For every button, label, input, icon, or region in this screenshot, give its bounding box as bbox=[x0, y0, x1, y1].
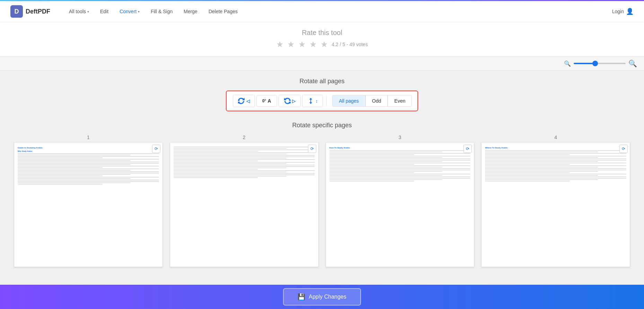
page-1-subtitle: Why Study Arabic bbox=[18, 150, 159, 152]
page-thumbnail-4: ⟳ Where To Study Arabic bbox=[481, 142, 630, 267]
page-3-rotate-button[interactable]: ⟳ bbox=[464, 145, 472, 153]
page-thumbnail-1: ⟳ Guide to Studying Arabic Why Study Ara… bbox=[14, 142, 163, 267]
zoom-bar: 🔍 🔍 bbox=[0, 57, 644, 71]
page-item-2: 2 ⟳ bbox=[170, 135, 319, 267]
page-4-title: Where To Study Arabic bbox=[485, 147, 626, 149]
rotate-all-controls: ◁ 0° A ▷ ↕ All pages Odd E bbox=[226, 91, 418, 111]
nav-fill-sign[interactable]: Fill & Sign bbox=[146, 6, 177, 17]
chevron-down-icon: ▾ bbox=[138, 10, 140, 14]
main-nav: All tools ▾ Edit Convert ▾ Fill & Sign M… bbox=[64, 6, 612, 17]
footer-bar: 💾 Apply Changes bbox=[0, 285, 644, 309]
page-number-1: 1 bbox=[87, 135, 90, 140]
apply-changes-label: Apply Changes bbox=[309, 294, 346, 300]
header: D DeftPDF All tools ▾ Edit Convert ▾ Fil… bbox=[0, 1, 644, 22]
flip-button[interactable]: ↕ bbox=[302, 95, 323, 107]
header-right: Login 👤 bbox=[612, 8, 634, 15]
page-item-1: 1 ⟳ Guide to Studying Arabic Why Study A… bbox=[14, 135, 163, 267]
star-3[interactable]: ★ bbox=[298, 40, 306, 49]
rating-title: Rate this tool bbox=[302, 29, 342, 37]
rotate-right-icon bbox=[284, 98, 291, 104]
svg-rect-2 bbox=[310, 99, 311, 103]
page-number-3: 3 bbox=[398, 135, 401, 140]
nav-all-tools[interactable]: All tools ▾ bbox=[64, 6, 94, 17]
angle-display: 0° A bbox=[256, 95, 277, 107]
save-icon: 💾 bbox=[298, 293, 305, 301]
page-number-2: 2 bbox=[243, 135, 246, 140]
page-1-title: Guide to Studying Arabic bbox=[18, 147, 159, 149]
nav-merge[interactable]: Merge bbox=[179, 6, 202, 17]
main-content: Rotate all pages ◁ 0° A ▷ bbox=[0, 71, 644, 302]
page-4-rotate-button[interactable]: ⟳ bbox=[619, 145, 628, 153]
logo-icon: D bbox=[10, 5, 23, 18]
page-item-4: 4 ⟳ Where To Study Arabic bbox=[481, 135, 630, 267]
apply-changes-button[interactable]: 💾 Apply Changes bbox=[283, 288, 361, 306]
rotate-all-title: Rotate all pages bbox=[14, 78, 630, 85]
pages-grid: 1 ⟳ Guide to Studying Arabic Why Study A… bbox=[14, 135, 630, 267]
rating-section: Rate this tool ★ ★ ★ ★ ★ 4.2 / 5 - 49 vo… bbox=[0, 22, 644, 57]
flip-label: ↕ bbox=[316, 98, 318, 104]
rotate-left-label: ◁ bbox=[246, 98, 250, 104]
page-1-rotate-button[interactable]: ⟳ bbox=[152, 145, 160, 153]
page-thumbnail-3: ⟳ How To Study Arabic bbox=[326, 142, 475, 267]
login-button[interactable]: Login 👤 bbox=[612, 8, 634, 15]
logo-text: DeftPDF bbox=[26, 8, 50, 15]
odd-pages-button[interactable]: Odd bbox=[365, 95, 388, 107]
nav-edit[interactable]: Edit bbox=[95, 6, 113, 17]
star-2[interactable]: ★ bbox=[287, 40, 295, 49]
zoom-out-icon: 🔍 bbox=[564, 60, 571, 67]
rotate-left-icon bbox=[238, 98, 245, 104]
flip-icon bbox=[307, 98, 314, 104]
page-thumbnail-2: ⟳ bbox=[170, 142, 319, 267]
rating-score: 4.2 / 5 - 49 votes bbox=[332, 42, 368, 47]
page-3-title: How To Study Arabic bbox=[329, 147, 471, 149]
nav-convert[interactable]: Convert ▾ bbox=[115, 6, 144, 17]
divider bbox=[326, 96, 327, 106]
page-number-4: 4 bbox=[554, 135, 557, 140]
stars-row: ★ ★ ★ ★ ★ 4.2 / 5 - 49 votes bbox=[276, 40, 368, 49]
all-pages-button[interactable]: All pages bbox=[332, 95, 365, 107]
zoom-slider[interactable] bbox=[574, 63, 626, 64]
rotate-right-label: ▷ bbox=[292, 98, 295, 104]
star-5[interactable]: ★ bbox=[320, 40, 328, 49]
person-icon: 👤 bbox=[626, 8, 634, 15]
star-1[interactable]: ★ bbox=[276, 40, 284, 49]
rotate-specific-title: Rotate specific pages bbox=[14, 122, 630, 129]
rotate-left-button[interactable]: ◁ bbox=[233, 95, 255, 107]
page-2-rotate-button[interactable]: ⟳ bbox=[308, 145, 316, 153]
page-item-3: 3 ⟳ How To Study Arabic bbox=[326, 135, 475, 267]
star-4[interactable]: ★ bbox=[309, 40, 317, 49]
zoom-in-icon: 🔍 bbox=[628, 59, 637, 68]
chevron-down-icon: ▾ bbox=[87, 10, 89, 14]
rotate-right-button[interactable]: ▷ bbox=[279, 95, 301, 107]
logo-area[interactable]: D DeftPDF bbox=[10, 5, 50, 18]
page-filter-buttons: All pages Odd Even bbox=[332, 95, 412, 107]
even-pages-button[interactable]: Even bbox=[388, 95, 412, 107]
nav-delete-pages[interactable]: Delete Pages bbox=[204, 6, 242, 17]
